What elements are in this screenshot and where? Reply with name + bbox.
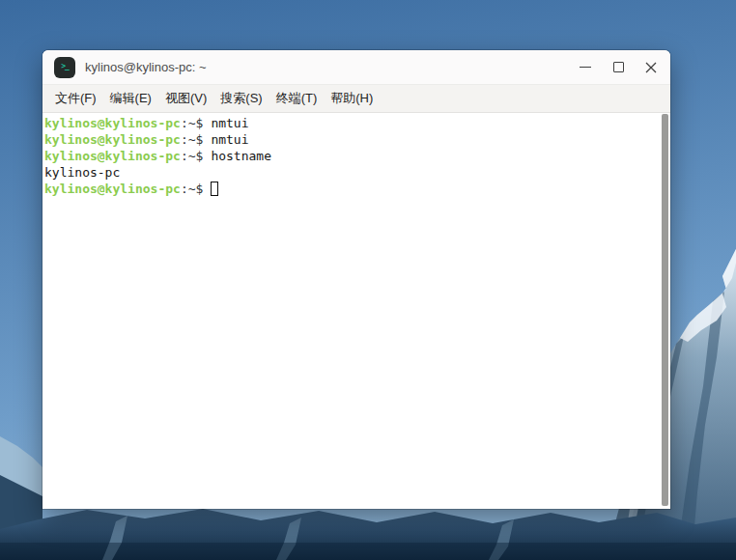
prompt-user: kylinos@kylinos-pc [44,116,181,130]
command-text: nmtui [211,116,248,130]
scrollbar-thumb[interactable] [662,114,668,506]
terminal-prompt-line: kylinos@kylinos-pc:~$ [44,181,657,197]
prompt-user: kylinos@kylinos-pc [44,132,181,147]
terminal-output-line: kylinos-pc [44,164,657,181]
menu-item-terminal[interactable]: 终端(T) [276,90,318,107]
maximize-button[interactable] [607,56,630,79]
scrollbar[interactable] [662,114,668,506]
menu-item-edit[interactable]: 编辑(E) [110,90,152,107]
window-title: kylinos@kylinos-pc: ~ [85,60,207,74]
menu-item-view[interactable]: 视图(V) [165,90,207,107]
titlebar[interactable]: >_ kylinos@kylinos-pc: ~ [42,50,670,85]
menu-item-file[interactable]: 文件(F) [55,90,97,107]
window-controls [574,56,663,79]
menu-item-help[interactable]: 帮助(H) [330,90,373,107]
command-text: nmtui [211,132,248,147]
terminal-window: >_ kylinos@kylinos-pc: ~ 文件(F) [42,50,670,509]
command-output: kylinos-pc [44,165,120,180]
minimize-icon [580,67,591,68]
terminal-content[interactable]: kylinos@kylinos-pc:~$nmtui kylinos@kylin… [42,113,670,509]
prompt-path: :~$ [181,182,203,196]
terminal-line: kylinos@kylinos-pc:~$nmtui [44,131,657,148]
prompt-path: :~$ [181,149,203,163]
minimize-button[interactable] [574,56,597,79]
terminal-icon: >_ [54,57,75,78]
command-text: hostname [211,149,271,163]
prompt-path: :~$ [181,116,203,130]
text-cursor [211,182,218,196]
close-icon [645,62,657,73]
terminal-icon-glyph: >_ [61,63,69,70]
menubar: 文件(F) 编辑(E) 视图(V) 搜索(S) 终端(T) 帮助(H) [42,85,670,113]
close-button[interactable] [639,56,663,79]
terminal-line: kylinos@kylinos-pc:~$hostname [44,148,657,164]
prompt-user: kylinos@kylinos-pc [44,182,181,196]
maximize-icon [613,62,624,72]
menu-item-search[interactable]: 搜索(S) [220,90,262,107]
prompt-user: kylinos@kylinos-pc [44,149,181,163]
prompt-path: :~$ [181,132,203,147]
desktop: >_ kylinos@kylinos-pc: ~ 文件(F) [0,0,736,560]
terminal-line: kylinos@kylinos-pc:~$nmtui [44,115,657,131]
